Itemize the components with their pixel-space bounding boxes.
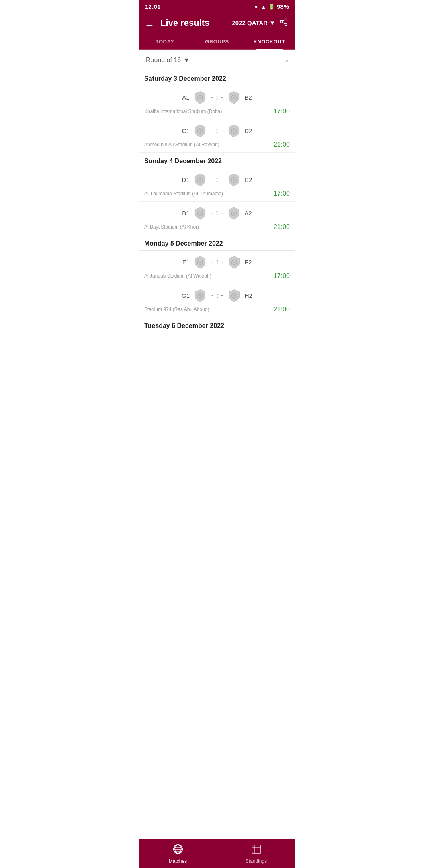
stadium-text: Khalifa International Stadium (Doha) — [144, 108, 222, 114]
home-team: B1 — [182, 206, 207, 220]
stadium-text: Al-Thumama Stadium (Al-Thumama) — [144, 191, 223, 197]
away-label: A2 — [244, 210, 252, 217]
score-separator: - : - — [211, 209, 223, 217]
match-info: Ahmed bin Ali Stadium (Al Rayyan) 21:00 — [144, 140, 290, 150]
match-info: Al-Thumama Stadium (Al-Thumama) 17:00 — [144, 189, 290, 199]
tabs-container: TODAY GROUPS KNOCKOUT — [139, 34, 295, 50]
match-item[interactable]: C1 - : - — [139, 119, 295, 153]
svg-point-6 — [199, 97, 201, 98]
date-header-mon: Monday 5 December 2022 — [139, 235, 295, 251]
battery-percent: 98% — [277, 3, 289, 10]
match-item[interactable]: D1 - : - — [139, 168, 295, 202]
match-info: Khalifa International Stadium (Doha) 17:… — [144, 107, 290, 117]
home-label: B1 — [182, 210, 189, 217]
match-time: 21:00 — [274, 141, 290, 148]
round-selector[interactable]: Round of 16 ▼ › — [139, 50, 295, 70]
match-time: 21:00 — [274, 306, 290, 313]
home-team: C1 — [182, 123, 207, 138]
svg-point-10 — [199, 130, 201, 132]
svg-point-28 — [233, 295, 235, 297]
date-header-sat: Saturday 3 December 2022 — [139, 70, 295, 86]
svg-point-16 — [233, 179, 235, 181]
svg-point-26 — [199, 295, 201, 297]
svg-point-22 — [199, 262, 201, 263]
away-badge — [227, 206, 241, 220]
match-time: 17:00 — [274, 272, 290, 280]
score-separator: - : - — [211, 127, 223, 135]
stadium-text: Stadium 974 (Ras Abu Aboud) — [144, 307, 209, 312]
match-teams: G1 - : - — [144, 288, 290, 303]
home-team: G1 — [182, 288, 207, 303]
match-item[interactable]: A1 - : - — [139, 86, 295, 119]
away-label: B2 — [244, 94, 252, 101]
match-info: Al Bayt Stadium (Al Khor) 21:00 — [144, 223, 290, 232]
match-teams: D1 - : - — [144, 172, 290, 187]
score-separator: - : - — [211, 258, 223, 266]
away-label: C2 — [244, 176, 252, 183]
away-badge — [227, 288, 242, 303]
match-teams: B1 - : - — [144, 206, 290, 220]
away-badge — [227, 172, 241, 187]
away-team: D2 — [227, 123, 252, 138]
share-icon[interactable] — [279, 17, 288, 28]
away-label: F2 — [245, 259, 252, 266]
next-round-button[interactable]: › — [286, 56, 288, 64]
stadium-text: Al Janoub Stadium (Al Wakrah) — [144, 273, 211, 279]
home-badge — [193, 255, 207, 269]
date-header-sun: Sunday 4 December 2022 — [139, 153, 295, 168]
header: ☰ Live results 2022 QATAR ▼ — [139, 13, 295, 34]
tab-today[interactable]: TODAY — [139, 34, 191, 49]
tab-groups[interactable]: GROUPS — [191, 34, 243, 49]
svg-point-14 — [199, 179, 201, 181]
match-time: 21:00 — [274, 223, 290, 231]
away-team: C2 — [227, 172, 252, 187]
home-label: G1 — [182, 292, 190, 299]
svg-point-12 — [233, 130, 235, 132]
home-label: E1 — [182, 259, 190, 266]
match-item[interactable]: B1 - : - — [139, 202, 295, 235]
year-selector[interactable]: 2022 QATAR ▼ — [232, 19, 276, 26]
svg-point-18 — [199, 213, 201, 214]
match-item[interactable]: G1 - : - — [139, 284, 295, 317]
match-time: 17:00 — [274, 190, 290, 197]
tab-knockout[interactable]: KNOCKOUT — [243, 34, 295, 49]
svg-line-4 — [283, 20, 285, 21]
away-badge — [227, 90, 241, 104]
wifi-icon: ▼ — [253, 4, 259, 10]
away-team: A2 — [227, 206, 252, 220]
score-separator: - : - — [211, 93, 223, 102]
svg-point-8 — [233, 97, 235, 98]
away-badge — [227, 255, 242, 269]
header-right: 2022 QATAR ▼ — [232, 17, 289, 28]
match-teams: C1 - : - — [144, 123, 290, 138]
score-separator: - : - — [211, 176, 223, 184]
away-label: D2 — [244, 127, 252, 134]
home-badge — [193, 206, 207, 220]
home-label: A1 — [182, 94, 189, 101]
match-teams: E1 - : - — [144, 255, 290, 269]
match-info: Al Janoub Stadium (Al Wakrah) 17:00 — [144, 272, 290, 281]
match-time: 17:00 — [274, 108, 290, 115]
match-item[interactable]: E1 - : - — [139, 251, 295, 284]
score-separator: - : - — [211, 291, 223, 300]
home-badge — [193, 123, 207, 138]
away-team: H2 — [227, 288, 252, 303]
stadium-text: Ahmed bin Ali Stadium (Al Rayyan) — [144, 142, 219, 147]
stadium-text: Al Bayt Stadium (Al Khor) — [144, 224, 199, 230]
page-title: Live results — [160, 18, 232, 28]
status-time: 12:01 — [145, 3, 160, 10]
home-team: A1 — [182, 90, 207, 104]
home-team: D1 — [182, 172, 207, 187]
home-badge — [193, 90, 207, 104]
match-info: Stadium 974 (Ras Abu Aboud) 21:00 — [144, 305, 290, 315]
matches-content: Saturday 3 December 2022 A1 - : — [139, 70, 295, 365]
home-label: C1 — [182, 127, 189, 134]
away-label: H2 — [245, 292, 252, 299]
match-teams: A1 - : - — [144, 90, 290, 104]
round-label: Round of 16 ▼ — [146, 57, 190, 64]
menu-icon[interactable]: ☰ — [146, 18, 153, 28]
home-badge — [193, 172, 207, 187]
home-badge — [193, 288, 207, 303]
home-label: D1 — [182, 176, 189, 183]
away-team: B2 — [227, 90, 252, 104]
